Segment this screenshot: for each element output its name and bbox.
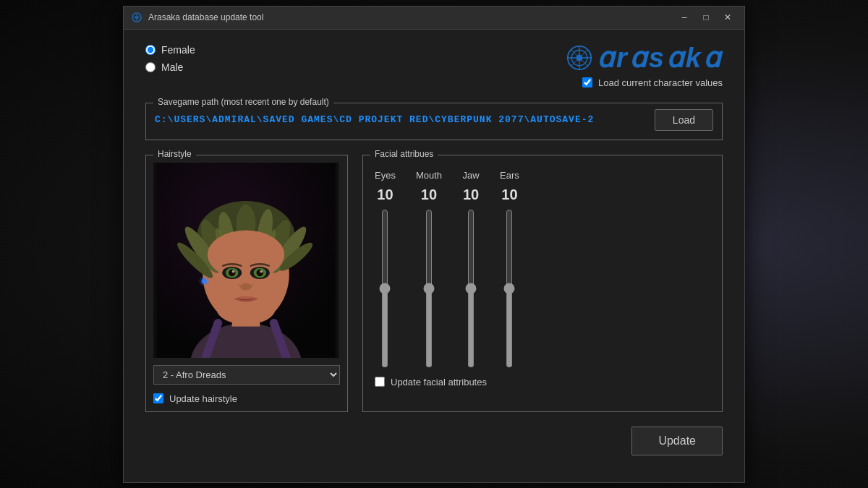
savegame-section: Savegame path (most recent one by defaul… [145, 103, 723, 140]
eyes-label: Eyes [375, 170, 396, 181]
arasaka-logo-icon [566, 45, 592, 71]
gender-group: Female Male [145, 44, 195, 73]
titlebar: Arasaka database update tool – □ ✕ [124, 7, 744, 30]
ears-slider[interactable] [501, 209, 518, 368]
window-controls: – □ ✕ [675, 10, 737, 25]
hairstyle-legend: Hairstyle [153, 149, 196, 159]
mouth-value: 10 [421, 187, 437, 203]
titlebar-icon [131, 12, 142, 23]
maximize-button[interactable]: □ [697, 10, 715, 25]
svg-point-32 [229, 269, 236, 276]
update-facial-label: Update facial attributes [391, 377, 487, 388]
mouth-slider[interactable] [420, 209, 438, 368]
female-radio[interactable] [145, 45, 156, 55]
mouth-slider-col: Mouth 10 [416, 170, 442, 368]
savegame-legend: Savegame path (most recent one by defaul… [153, 97, 333, 107]
update-facial-checkbox[interactable] [375, 377, 385, 387]
update-hairstyle-row: Update hairstyle [153, 393, 340, 404]
sliders-row: Eyes 10 Mouth 10 Jaw 10 [375, 163, 710, 368]
close-button[interactable]: ✕ [718, 10, 737, 25]
eyes-value: 10 [377, 187, 393, 203]
male-radio[interactable] [145, 62, 156, 72]
window-title: Arasaka database update tool [148, 12, 675, 22]
mouth-label: Mouth [416, 170, 442, 181]
jaw-slider[interactable] [462, 209, 480, 368]
male-radio-label[interactable]: Male [145, 61, 195, 73]
female-radio-label[interactable]: Female [145, 44, 195, 56]
hairstyle-panel: Hairstyle [145, 155, 348, 412]
load-current-label: Load current character values [598, 77, 723, 88]
svg-point-35 [260, 270, 263, 273]
male-label: Male [161, 61, 183, 73]
eyes-slider[interactable] [376, 209, 393, 368]
bottom-bar: Update [145, 427, 723, 463]
load-current-checkbox[interactable] [582, 77, 592, 87]
facial-panel: Facial attribues Eyes 10 Mouth 10 [362, 155, 723, 412]
svg-point-34 [232, 270, 235, 273]
hairstyle-select[interactable]: 2 - Afro Dreads 1 - Default 3 - Short Bo… [153, 365, 340, 385]
update-hairstyle-label: Update hairstyle [169, 393, 237, 404]
main-window: Arasaka database update tool – □ ✕ Femal… [123, 6, 745, 483]
character-preview [153, 163, 339, 358]
ears-value: 10 [501, 187, 517, 203]
load-button[interactable]: Load [655, 109, 713, 131]
svg-point-37 [201, 278, 207, 284]
update-facial-row: Update facial attributes [375, 377, 710, 388]
jaw-slider-col: Jaw 10 [462, 170, 480, 368]
minimize-button[interactable]: – [675, 10, 694, 25]
svg-point-33 [256, 269, 263, 276]
svg-point-27 [208, 230, 284, 279]
arasaka-logo: ɑRɑSɑKɑ [566, 44, 723, 72]
character-portrait [153, 163, 339, 358]
update-hairstyle-checkbox[interactable] [153, 393, 163, 403]
facial-legend: Facial attribues [370, 149, 438, 159]
logo-wordmark: ɑRɑSɑKɑ [597, 44, 723, 72]
lower-panels: Hairstyle [145, 155, 723, 412]
arasaka-logo-section: ɑRɑSɑKɑ Load current character values [566, 44, 723, 88]
female-label: Female [161, 44, 195, 56]
ears-slider-col: Ears 10 [500, 170, 519, 368]
savegame-path-input[interactable] [155, 114, 647, 125]
jaw-label: Jaw [462, 170, 479, 181]
eyes-slider-col: Eyes 10 [375, 170, 396, 368]
ears-label: Ears [500, 170, 519, 181]
svg-point-1 [135, 15, 138, 19]
jaw-value: 10 [463, 187, 479, 203]
update-button[interactable]: Update [631, 427, 723, 455]
load-current-row: Load current character values [582, 77, 723, 88]
